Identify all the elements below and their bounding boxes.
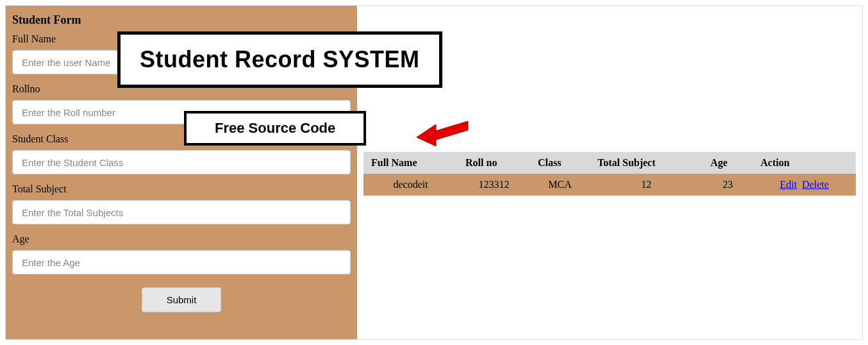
col-class: Class — [530, 152, 590, 174]
svg-marker-0 — [417, 121, 468, 146]
student-table: Full Name Roll no Class Total Subject Ag… — [363, 152, 856, 196]
age-input[interactable] — [12, 250, 351, 274]
overlay-title-text: Student Record SYSTEM — [140, 46, 420, 72]
col-action: Action — [753, 152, 856, 174]
student-class-input[interactable] — [12, 150, 351, 174]
cell-action: Edit Delete — [753, 174, 856, 196]
edit-link[interactable]: Edit — [780, 179, 797, 190]
overlay-subtitle-box: Free Source Code — [184, 111, 366, 146]
total-subject-label: Total Subject — [12, 183, 351, 195]
page-container: Student Form Full Name Rollno Student Cl… — [5, 5, 863, 340]
overlay-subtitle-text: Free Source Code — [215, 120, 335, 136]
delete-link[interactable]: Delete — [802, 179, 829, 190]
cell-age: 23 — [703, 174, 753, 196]
cell-class: MCA — [530, 174, 590, 196]
submit-button[interactable]: Submit — [142, 287, 222, 312]
age-label: Age — [12, 233, 351, 245]
table-row: decodeit 123312 MCA 12 23 Edit Delete — [363, 174, 856, 196]
col-total-subject: Total Subject — [590, 152, 703, 174]
cell-full-name: decodeit — [363, 174, 458, 196]
col-rollno: Roll no — [458, 152, 530, 174]
col-full-name: Full Name — [363, 152, 458, 174]
submit-row: Submit — [12, 287, 351, 312]
cell-total-subject: 12 — [590, 174, 703, 196]
total-subject-input[interactable] — [12, 200, 351, 224]
col-age: Age — [703, 152, 753, 174]
table-header-row: Full Name Roll no Class Total Subject Ag… — [363, 152, 856, 174]
overlay-title-box: Student Record SYSTEM — [117, 31, 442, 88]
cell-rollno: 123312 — [458, 174, 530, 196]
arrow-icon — [413, 115, 471, 147]
form-title: Student Form — [12, 13, 351, 27]
